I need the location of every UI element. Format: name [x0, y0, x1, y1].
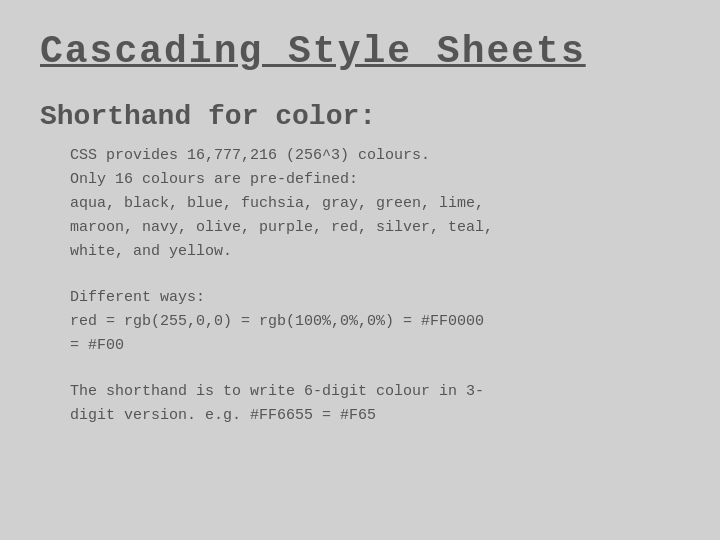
- slide-title: Cascading Style Sheets: [40, 30, 680, 73]
- content-block-3: The shorthand is to write 6-digit colour…: [70, 380, 680, 428]
- content-text-1: CSS provides 16,777,216 (256^3) colours.…: [70, 147, 493, 260]
- content-text-3: The shorthand is to write 6-digit colour…: [70, 383, 484, 424]
- section-heading: Shorthand for color:: [40, 101, 680, 132]
- content-block-2: Different ways: red = rgb(255,0,0) = rgb…: [70, 286, 680, 358]
- slide: Cascading Style Sheets Shorthand for col…: [0, 0, 720, 540]
- content-block-1: CSS provides 16,777,216 (256^3) colours.…: [70, 144, 680, 264]
- content-text-2: Different ways: red = rgb(255,0,0) = rgb…: [70, 289, 484, 354]
